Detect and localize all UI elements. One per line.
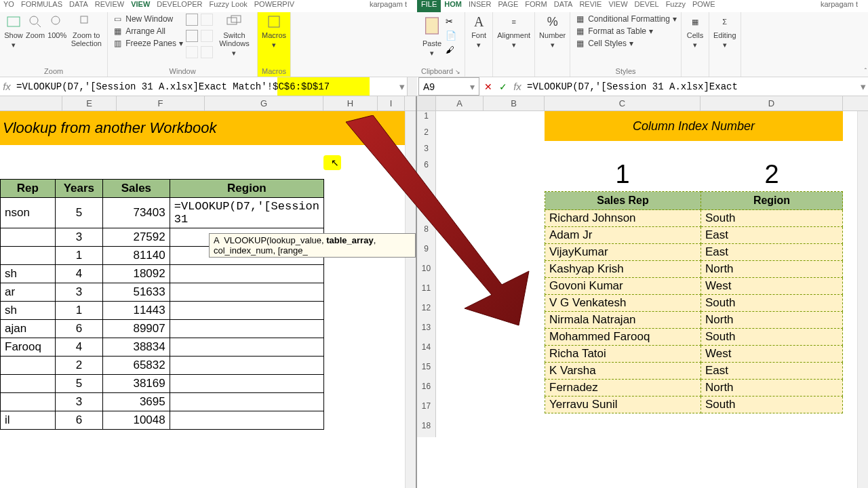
name-box[interactable]: A9 ▾ (418, 77, 479, 96)
fx-icon[interactable]: fx (0, 81, 14, 92)
tab-fuzzy[interactable]: Fuzzy (663, 0, 689, 12)
tab-developer[interactable]: DEVELOPER (153, 0, 205, 12)
cut-icon[interactable]: ✂ (446, 16, 456, 26)
arrange-all-button[interactable]: ▦Arrange All (112, 26, 183, 37)
format-table-button[interactable]: ▦Format as Table ▾ (574, 26, 677, 37)
row-1[interactable]: 1 (417, 111, 436, 127)
tab-home[interactable]: HOM (441, 0, 465, 12)
row-8[interactable]: 8 (417, 224, 436, 244)
scroll-up[interactable] (407, 77, 417, 96)
tab-insert[interactable]: INSER (465, 0, 495, 12)
tab-yo[interactable]: YO (0, 0, 18, 12)
lookup-table[interactable]: Sales RepRegion Richard JohnsonSouth Ada… (545, 191, 843, 413)
zoom-100-button[interactable]: 100% (47, 14, 66, 39)
tab-formulas[interactable]: FORMULAS (18, 0, 66, 12)
row-15[interactable]: 15 (417, 362, 436, 382)
select-all[interactable] (417, 96, 436, 110)
cond-format-button[interactable]: ▦Conditional Formatting ▾ (574, 14, 677, 24)
row-10[interactable]: 10 (417, 264, 436, 283)
ribbon-tabs-right[interactable]: FILE HOM INSER PAGE FORM DATA REVIE VIEW… (417, 0, 868, 12)
copy-icon[interactable]: 📄 (446, 30, 456, 41)
zoom-button[interactable]: Zoom (26, 14, 45, 39)
row-16[interactable]: 16 (417, 382, 436, 401)
tab-file[interactable]: FILE (417, 0, 441, 12)
tab-data[interactable]: DATA (66, 0, 92, 12)
tab-devel[interactable]: DEVEL (631, 0, 663, 12)
formula-expand-r[interactable]: ▾ (859, 81, 868, 93)
col-e[interactable]: E (62, 96, 117, 110)
tab-review[interactable]: REVIEW (92, 0, 127, 12)
index-1: 1 (545, 160, 701, 189)
user-label-r[interactable]: karpagam t (817, 0, 868, 12)
freeze-panes-button[interactable]: ▥Freeze Panes ▾ (112, 38, 183, 49)
side-by-side-icon[interactable] (201, 14, 213, 26)
row-9[interactable]: 9 (417, 244, 436, 264)
row-18[interactable]: 18 (417, 421, 436, 437)
row-17[interactable]: 17 (417, 401, 436, 421)
show-button[interactable]: Show▾ (4, 14, 23, 49)
col-h[interactable]: H (323, 96, 378, 110)
row-2[interactable]: 2 (417, 127, 436, 144)
row-12[interactable]: 12 (417, 303, 436, 323)
col-a[interactable]: A (436, 96, 484, 110)
formula-input[interactable]: =VLOOKUP(D7,'[Session 31 A.xlsx]Exact Ma… (14, 81, 397, 92)
confirm-edit[interactable]: ✓ (496, 81, 511, 92)
index-2: 2 (701, 160, 843, 189)
fx-icon-r[interactable]: fx (511, 81, 524, 92)
svg-rect-6 (231, 16, 241, 22)
ribbon-tabs-left[interactable]: YO FORMULAS DATA REVIEW VIEW DEVELOPER F… (0, 0, 417, 12)
tab-view[interactable]: VIEW (605, 0, 631, 12)
grid-left[interactable]: Vlookup from another Workbook Rep Years … (0, 111, 416, 488)
font-button[interactable]: AFont▾ (469, 14, 488, 49)
user-label[interactable]: karpagam t (366, 0, 417, 12)
col-b[interactable]: B (484, 96, 545, 110)
ribbon-collapse[interactable]: ˆ (865, 68, 867, 75)
cancel-edit[interactable]: ✕ (481, 81, 496, 92)
row-14[interactable]: 14 (417, 342, 436, 362)
svg-rect-7 (269, 16, 279, 27)
tab-fuzzy[interactable]: Fuzzy Look (206, 0, 251, 12)
unhide-icon[interactable] (186, 46, 198, 58)
tab-data[interactable]: DATA (551, 0, 576, 12)
row-13[interactable]: 13 (417, 323, 436, 342)
tab-view[interactable]: VIEW (127, 0, 153, 12)
hdr-region-r: Region (701, 192, 843, 210)
tab-form[interactable]: FORM (521, 0, 550, 12)
scrollbar-v-right[interactable] (857, 111, 868, 488)
col-headers-left[interactable]: E F G H I (0, 96, 416, 111)
col-i[interactable]: I (378, 96, 405, 110)
col-f[interactable]: F (117, 96, 205, 110)
split-icon[interactable] (186, 14, 198, 26)
formula-input-r[interactable]: =VLOOKUP(D7,'[Session 31 A.xlsx]Exact (524, 81, 859, 92)
paste-button[interactable]: Paste▾ (421, 14, 443, 58)
format-painter-icon[interactable]: 🖌 (446, 45, 456, 55)
tab-powe[interactable]: POWE (689, 0, 719, 12)
new-window-button[interactable]: ▭New Window (112, 14, 183, 24)
col-c[interactable]: C (545, 96, 701, 110)
col-d[interactable]: D (701, 96, 843, 110)
zoom-selection-button[interactable]: Zoom to Selection (69, 14, 103, 47)
tab-review[interactable]: REVIE (576, 0, 605, 12)
hide-icon[interactable] (186, 30, 198, 42)
number-button[interactable]: %Number▾ (539, 14, 566, 49)
cells-button[interactable]: ▦Cells▾ (686, 14, 705, 49)
grid-right[interactable]: 1 2 3 6 8 9 10 11 12 13 14 15 16 17 18 C… (417, 111, 868, 488)
col-headers-right[interactable]: A B C D (417, 96, 868, 111)
macros-button[interactable]: Macros▾ (262, 14, 286, 49)
reset-pos-icon[interactable] (201, 46, 213, 58)
scrollbar-v-left[interactable] (405, 111, 416, 488)
alignment-button[interactable]: ≡Alignment▾ (497, 14, 530, 49)
sync-scroll-icon[interactable] (201, 30, 213, 42)
tab-page[interactable]: PAGE (495, 0, 522, 12)
row-3[interactable]: 3 (417, 144, 436, 160)
cell-styles-button[interactable]: ▦Cell Styles ▾ (574, 38, 677, 49)
col-g[interactable]: G (205, 96, 323, 110)
editing-button[interactable]: ΣEditing▾ (713, 14, 736, 49)
switch-windows-button[interactable]: Switch Windows▾ (216, 14, 253, 58)
svg-rect-5 (227, 18, 237, 24)
formula-expand[interactable]: ▾ (397, 81, 407, 93)
row-11[interactable]: 11 (417, 283, 436, 303)
tab-powerpiv[interactable]: POWERPIV (251, 0, 298, 12)
editing-cell[interactable]: =VLOOKUP(D7,'[Session 31 (170, 198, 323, 228)
row-6[interactable]: 6 (417, 160, 436, 224)
